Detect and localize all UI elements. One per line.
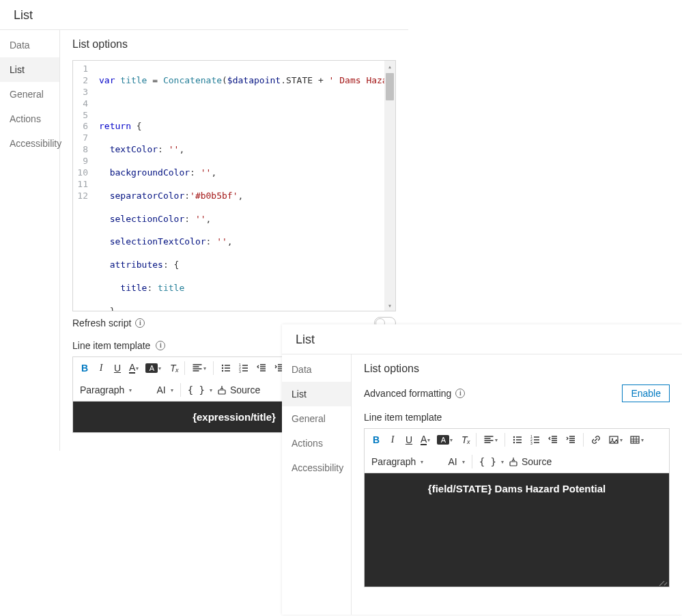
scroll-thumb[interactable] xyxy=(386,73,394,100)
sidebar-item-general[interactable]: General xyxy=(0,82,59,107)
bullet-list-icon xyxy=(221,363,231,374)
info-icon[interactable]: i xyxy=(156,341,165,350)
sidebar: Data List General Actions Accessibility xyxy=(282,354,352,615)
scroll-down-icon[interactable]: ▾ xyxy=(384,300,395,311)
refresh-label: Refresh script xyxy=(72,318,131,328)
toolbar-separator xyxy=(505,433,505,447)
svg-point-1 xyxy=(222,367,223,369)
preview-text: {expression/title} xyxy=(193,411,276,423)
paragraph-label: Paragraph xyxy=(80,384,124,395)
font-color-button[interactable]: A▾ xyxy=(418,432,433,448)
svg-rect-6 xyxy=(218,390,225,394)
clear-format-button[interactable]: Tx xyxy=(165,360,180,376)
bullet-list-button[interactable] xyxy=(218,360,234,376)
code-area[interactable]: var title = Concatenate($datapoint.STATE… xyxy=(95,61,395,311)
ai-dropdown[interactable]: AI▾ xyxy=(445,456,467,467)
italic-button[interactable]: I xyxy=(385,432,400,448)
toolbar-separator xyxy=(184,361,185,375)
underline-button[interactable]: U xyxy=(401,432,416,448)
table-button[interactable]: ▾ xyxy=(627,432,647,448)
content: List options Advanced formatting i Enabl… xyxy=(352,354,682,615)
outdent-icon xyxy=(548,434,558,445)
advanced-formatting-label: Advanced formatting xyxy=(364,388,451,399)
insert-expression-button[interactable]: { } xyxy=(185,382,208,398)
separator-color-literal: '#b0b5bf' xyxy=(190,191,238,201)
paragraph-dropdown[interactable]: Paragraph▾ xyxy=(77,384,134,395)
source-label: Source xyxy=(522,456,552,467)
number-list-button[interactable]: 123 xyxy=(527,432,543,448)
sidebar-item-accessibility[interactable]: Accessibility xyxy=(0,131,59,156)
highlight-button[interactable]: A▾ xyxy=(143,360,164,376)
sidebar-item-accessibility[interactable]: Accessibility xyxy=(282,456,351,480)
svg-point-8 xyxy=(513,439,515,440)
paragraph-label: Paragraph xyxy=(371,456,416,467)
svg-point-14 xyxy=(612,438,613,440)
scroll-up-icon[interactable]: ▴ xyxy=(384,61,395,72)
number-list-button[interactable]: 123 xyxy=(236,360,252,376)
sidebar-item-actions[interactable]: Actions xyxy=(282,431,351,456)
insert-expression-button[interactable]: { } xyxy=(477,453,499,470)
section-title: List options xyxy=(364,363,670,375)
editor-scrollbar[interactable]: ▴ ▾ xyxy=(384,61,395,311)
sidebar-item-actions[interactable]: Actions xyxy=(0,107,59,131)
ai-label: AI xyxy=(448,456,457,467)
lineitem-label: Line item template xyxy=(364,412,670,423)
svg-rect-15 xyxy=(631,436,639,443)
outdent-button[interactable] xyxy=(545,432,561,448)
rte-toolbar-2: Paragraph▾ AI▾ { }▾ Source xyxy=(364,451,670,473)
font-color-button[interactable]: A▾ xyxy=(126,360,141,376)
svg-point-0 xyxy=(222,365,223,366)
outdent-icon xyxy=(256,363,267,374)
indent-icon xyxy=(565,434,576,445)
toolbar-separator xyxy=(476,433,477,447)
align-icon xyxy=(192,363,203,374)
source-icon xyxy=(508,456,519,467)
align-button[interactable]: ▾ xyxy=(481,432,500,448)
sidebar-item-data[interactable]: Data xyxy=(0,33,59,57)
ai-dropdown[interactable]: AI▾ xyxy=(154,384,175,395)
enable-button[interactable]: Enable xyxy=(622,384,670,402)
toolbar-separator xyxy=(583,433,584,447)
highlight-button[interactable]: A▾ xyxy=(434,432,455,448)
align-icon xyxy=(483,434,494,445)
svg-text:3: 3 xyxy=(530,441,532,445)
source-button[interactable]: Source xyxy=(214,382,263,398)
underline-button[interactable]: U xyxy=(110,360,125,376)
bullet-list-button[interactable] xyxy=(509,432,526,448)
image-icon xyxy=(608,434,619,445)
paragraph-dropdown[interactable]: Paragraph▾ xyxy=(369,456,426,467)
sidebar-item-general[interactable]: General xyxy=(282,406,351,431)
source-button[interactable]: Source xyxy=(505,453,554,470)
clear-format-button[interactable]: Tx xyxy=(457,432,472,448)
bold-button[interactable]: B xyxy=(369,432,384,448)
panel-title: List xyxy=(0,0,408,29)
italic-button[interactable]: I xyxy=(94,360,109,376)
sidebar-item-data[interactable]: Data xyxy=(282,357,351,382)
indent-button[interactable] xyxy=(563,432,579,448)
table-icon xyxy=(629,434,640,445)
svg-point-9 xyxy=(513,442,515,443)
resize-handle[interactable] xyxy=(659,577,668,585)
rte-preview[interactable]: {field/STATE} Dams Hazard Potential xyxy=(364,473,670,587)
number-list-icon: 123 xyxy=(530,434,541,445)
image-button[interactable]: ▾ xyxy=(606,432,625,448)
svg-text:3: 3 xyxy=(239,369,241,374)
sidebar-item-list[interactable]: List xyxy=(0,57,59,82)
advanced-formatting-row: Advanced formatting i Enable xyxy=(364,384,670,402)
info-icon[interactable]: i xyxy=(135,318,145,328)
outdent-button[interactable] xyxy=(253,360,270,376)
lineitem-label: Line item template xyxy=(72,340,150,351)
arcade-editor[interactable]: 123456789101112 var title = Concatenate(… xyxy=(72,60,396,311)
ai-label: AI xyxy=(156,384,165,395)
preview-text: {field/STATE} Dams Hazard Potential xyxy=(428,483,606,494)
number-list-icon: 123 xyxy=(238,363,249,374)
rte-toolbar-1: B I U A▾ A▾ Tx ▾ 123 ▾ ▾ xyxy=(364,428,670,451)
source-icon xyxy=(216,384,227,395)
align-button[interactable]: ▾ xyxy=(189,360,209,376)
svg-rect-16 xyxy=(510,462,517,466)
bold-button[interactable]: B xyxy=(77,360,92,376)
info-icon[interactable]: i xyxy=(455,389,465,398)
sidebar-item-list[interactable]: List xyxy=(282,382,351,406)
link-button[interactable] xyxy=(588,432,604,448)
config-panel-b: List Data List General Actions Accessibi… xyxy=(282,324,682,615)
